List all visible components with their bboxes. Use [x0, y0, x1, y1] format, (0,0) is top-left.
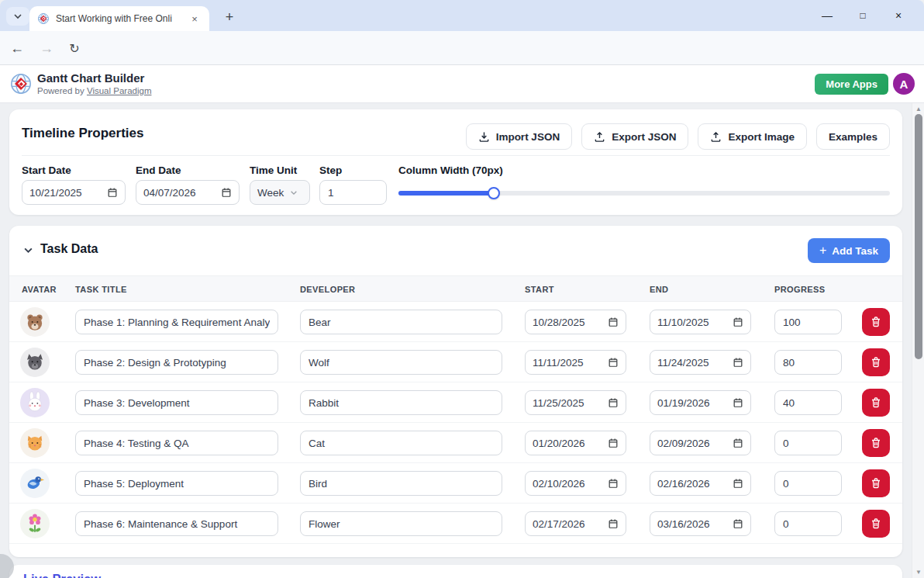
task-title-input[interactable] — [75, 310, 278, 334]
task-title-input[interactable] — [75, 431, 278, 455]
task-title-input[interactable] — [75, 511, 278, 536]
export-json-button[interactable]: Export JSON — [581, 123, 688, 150]
column-width-slider[interactable] — [398, 191, 890, 196]
scroll-up-icon[interactable]: ▲ — [912, 106, 924, 112]
progress-input[interactable] — [774, 310, 842, 334]
task-start-input[interactable] — [533, 518, 605, 530]
calendar-icon[interactable] — [608, 518, 619, 529]
page-scrollbar[interactable]: ▲ ▼ — [912, 103, 924, 578]
end-date-field[interactable] — [650, 511, 751, 536]
calendar-icon[interactable] — [733, 438, 743, 448]
end-date-field[interactable] — [650, 390, 751, 415]
calendar-icon[interactable] — [733, 317, 743, 327]
end-date-field[interactable] — [650, 310, 751, 334]
end-date-field[interactable] — [136, 180, 240, 205]
table-row — [9, 504, 902, 544]
progress-input[interactable] — [774, 431, 842, 455]
task-end-input[interactable] — [657, 357, 729, 369]
export-image-button[interactable]: Export Image — [698, 123, 807, 150]
add-task-button[interactable]: + Add Task — [808, 238, 890, 263]
task-start-input[interactable] — [533, 357, 605, 369]
start-date-field[interactable] — [525, 471, 626, 496]
task-end-input[interactable] — [657, 478, 729, 490]
progress-input[interactable] — [774, 511, 842, 536]
calendar-icon[interactable] — [733, 357, 743, 368]
developer-input[interactable] — [300, 511, 502, 536]
add-task-label: Add Task — [832, 245, 878, 257]
calendar-icon[interactable] — [608, 438, 619, 448]
task-start-input[interactable] — [533, 317, 605, 328]
browser-toolbar: ← → ↻ ai-toolbox.visual-paradigm.com/app… — [0, 31, 924, 65]
reload-icon[interactable]: ↻ — [64, 31, 85, 65]
scroll-down-icon[interactable]: ▼ — [912, 569, 924, 576]
progress-input[interactable] — [774, 471, 842, 496]
close-button[interactable]: × — [881, 9, 916, 22]
delete-task-button[interactable] — [862, 348, 890, 376]
calendar-icon[interactable] — [733, 518, 743, 529]
calendar-icon[interactable] — [221, 187, 232, 198]
step-input[interactable] — [319, 180, 387, 205]
start-date-field[interactable] — [525, 511, 626, 536]
import-json-button[interactable]: Import JSON — [466, 123, 573, 150]
developer-input[interactable] — [300, 431, 502, 455]
more-apps-button[interactable]: More Apps — [815, 74, 888, 95]
progress-input[interactable] — [774, 350, 842, 375]
start-date-field[interactable] — [525, 310, 626, 334]
task-end-input[interactable] — [657, 438, 729, 449]
end-date-field[interactable] — [650, 431, 751, 455]
collapse-chevron-icon[interactable] — [23, 247, 33, 254]
task-title-input[interactable] — [75, 350, 278, 375]
start-date-field[interactable] — [525, 431, 626, 455]
column-width-thumb[interactable] — [488, 187, 500, 199]
task-start-input[interactable] — [533, 438, 605, 449]
tab-search-button[interactable] — [6, 7, 29, 26]
scrollbar-thumb[interactable] — [915, 114, 922, 359]
end-date-field[interactable] — [650, 350, 751, 375]
new-tab-button[interactable]: + — [220, 8, 239, 26]
time-unit-select[interactable]: Week — [250, 180, 310, 205]
back-icon[interactable]: ← — [6, 31, 28, 65]
task-end-input[interactable] — [657, 518, 729, 530]
calendar-icon[interactable] — [608, 357, 619, 368]
user-avatar[interactable]: A — [893, 73, 915, 95]
task-end-input[interactable] — [657, 317, 729, 328]
progress-input[interactable] — [774, 390, 842, 415]
minimize-button[interactable]: — — [809, 9, 845, 22]
delete-task-button[interactable] — [862, 389, 890, 417]
calendar-icon[interactable] — [733, 397, 743, 408]
trash-icon — [870, 356, 882, 369]
task-title-input[interactable] — [75, 390, 278, 415]
calendar-icon[interactable] — [608, 397, 619, 408]
developer-input[interactable] — [300, 390, 502, 415]
end-date-field[interactable] — [650, 471, 751, 496]
start-date-input[interactable] — [29, 187, 104, 199]
task-start-input[interactable] — [533, 478, 605, 490]
calendar-icon[interactable] — [733, 478, 743, 489]
tab-close-icon[interactable]: × — [188, 12, 202, 26]
examples-button[interactable]: Examples — [816, 123, 890, 150]
visual-paradigm-link[interactable]: Visual Paradigm — [87, 86, 152, 95]
calendar-icon[interactable] — [107, 187, 118, 198]
start-date-field[interactable] — [525, 390, 626, 415]
developer-input[interactable] — [300, 310, 502, 334]
developer-input[interactable] — [300, 471, 502, 496]
delete-task-button[interactable] — [862, 429, 890, 457]
delete-task-button[interactable] — [862, 510, 890, 538]
delete-task-button[interactable] — [862, 469, 890, 497]
calendar-icon[interactable] — [608, 317, 619, 327]
task-table-body — [9, 302, 902, 544]
chevron-down-icon — [290, 190, 298, 196]
maximize-button[interactable]: □ — [845, 10, 881, 21]
start-date-field[interactable] — [22, 180, 126, 205]
task-end-input[interactable] — [657, 397, 729, 409]
browser-tab[interactable]: Start Working with Free Online × — [29, 6, 209, 31]
end-date-input[interactable] — [143, 187, 218, 199]
timeline-toolbar: Import JSON Export JSON Export Image Exa… — [466, 123, 890, 150]
task-start-input[interactable] — [533, 397, 605, 409]
developer-input[interactable] — [300, 350, 502, 375]
calendar-icon[interactable] — [608, 478, 619, 489]
delete-task-button[interactable] — [862, 308, 890, 336]
forward-icon[interactable]: → — [36, 31, 57, 65]
start-date-field[interactable] — [525, 350, 626, 375]
task-title-input[interactable] — [75, 471, 278, 496]
